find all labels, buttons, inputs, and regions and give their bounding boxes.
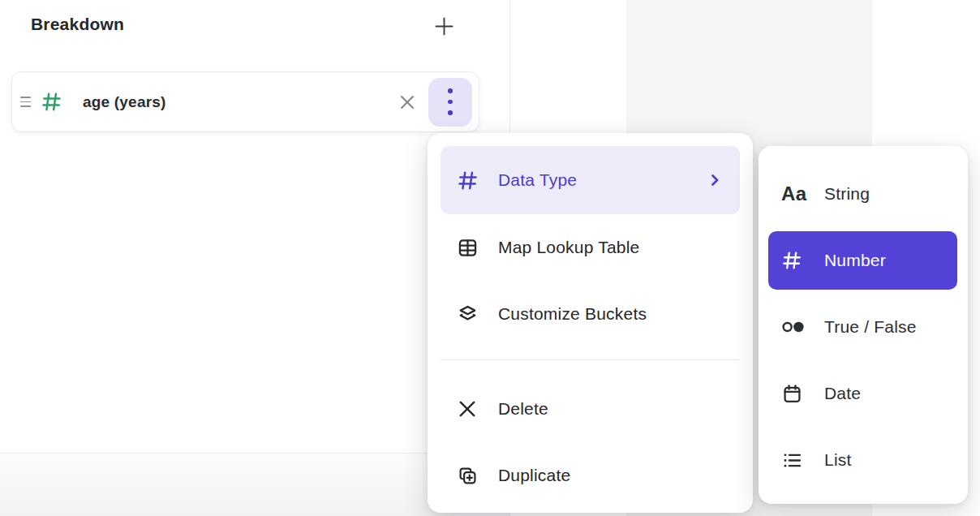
menu-item-label: Data Type — [498, 170, 577, 190]
menu-item-label: Customize Buckets — [498, 304, 647, 324]
drag-handle-icon[interactable] — [20, 97, 32, 106]
submenu-item-label: String — [824, 184, 870, 204]
menu-divider — [441, 359, 740, 360]
field-options-menu: Data Type Map Lookup Table — [428, 133, 753, 513]
close-icon — [398, 92, 417, 112]
menu-item-map-lookup-table[interactable]: Map Lookup Table — [441, 214, 740, 281]
chevron-right-icon — [707, 173, 722, 187]
submenu-item-date[interactable]: Date — [768, 360, 957, 427]
menu-item-data-type[interactable]: Data Type — [441, 146, 740, 214]
menu-item-customize-buckets[interactable]: Customize Buckets — [441, 281, 740, 347]
menu-item-label: Delete — [498, 399, 548, 419]
x-icon — [457, 398, 479, 419]
field-options-button[interactable] — [428, 78, 472, 127]
submenu-item-label: List — [824, 450, 851, 470]
menu-item-delete[interactable]: Delete — [441, 376, 740, 442]
plus-icon — [433, 15, 455, 37]
duplicate-icon — [457, 465, 479, 487]
add-breakdown-button[interactable] — [429, 11, 458, 41]
menu-item-duplicate[interactable]: Duplicate — [441, 442, 740, 509]
data-type-submenu: Aa String Number True / False — [759, 146, 968, 504]
breakdown-field-card[interactable]: age (years) — [11, 71, 479, 132]
hash-icon — [41, 91, 62, 113]
submenu-item-label: Number — [824, 251, 886, 270]
hash-icon — [781, 250, 817, 271]
kebab-dot — [448, 110, 452, 114]
field-label: age (years) — [83, 93, 166, 111]
app-screen: Breakdown age (years) — [0, 0, 980, 516]
page-title: Breakdown — [31, 15, 124, 34]
submenu-item-string[interactable]: Aa String — [768, 161, 957, 227]
remove-field-button[interactable] — [398, 92, 417, 112]
submenu-item-number[interactable]: Number — [768, 231, 957, 290]
menu-item-label: Duplicate — [498, 466, 570, 485]
calendar-icon — [781, 383, 817, 405]
aa-icon: Aa — [781, 183, 817, 205]
kebab-dot — [448, 100, 452, 104]
menu-item-label: Map Lookup Table — [498, 238, 639, 257]
submenu-item-label: Date — [824, 384, 861, 403]
list-icon — [781, 449, 817, 471]
submenu-item-list[interactable]: List — [768, 427, 957, 493]
table-icon — [457, 237, 479, 259]
submenu-item-true-false[interactable]: True / False — [768, 294, 957, 360]
submenu-item-label: True / False — [824, 317, 917, 337]
layers-icon — [457, 303, 479, 325]
kebab-dot — [448, 88, 452, 92]
hash-icon — [457, 170, 479, 191]
boolean-icon — [781, 316, 817, 338]
